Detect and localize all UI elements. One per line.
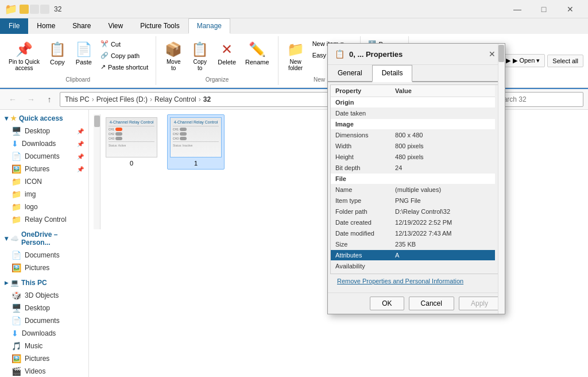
copy-path-button[interactable]: 🔗 Copy path	[98, 50, 151, 61]
copy-button[interactable]: 📋 Copy	[45, 39, 70, 68]
file-item-0[interactable]: 4-Channel Relay Control CH1 CH2	[103, 114, 160, 170]
prop-size: Size	[331, 239, 390, 250]
new-label: New	[314, 74, 325, 83]
logo-folder-icon: 📁	[11, 202, 21, 211]
pin-to-quick-button[interactable]: 📌 Pin to Quickaccess	[5, 39, 44, 74]
rename-button[interactable]: ✏️ Rename	[241, 39, 273, 68]
copy-to-icon: 📋	[191, 41, 208, 57]
tab-view[interactable]: View	[99, 18, 131, 34]
val-width: 800 pixels	[390, 141, 495, 152]
table-row-attributes[interactable]: Attributes A	[331, 250, 495, 261]
copy-icon: 📋	[49, 41, 66, 57]
cut-button[interactable]: ✂️ Cut	[98, 39, 151, 49]
move-to-button[interactable]: 📦 Moveto	[161, 39, 186, 74]
tab-share[interactable]: Share	[64, 18, 99, 34]
table-row[interactable]: Date created 12/19/2022 2:52 PM	[331, 217, 495, 228]
path-item-4: 32	[203, 95, 211, 103]
table-row[interactable]: Availability	[331, 261, 495, 272]
sidebar-item-3dobjects[interactable]: 🎲 3D Objects	[0, 289, 88, 302]
table-row[interactable]: Date modified 12/13/2022 7:43 AM	[331, 228, 495, 239]
this-pc-section: ▸ 💻 This PC 🎲 3D Objects 🖥️ Desktop 📄 Do…	[0, 276, 88, 377]
copy-to-button[interactable]: 📋 Copyto	[187, 39, 212, 74]
sidebar-item-icon[interactable]: 📁 ICON	[0, 175, 88, 188]
file-item-1[interactable]: 4-Channel Relay Control CH1 CH2	[167, 114, 225, 170]
new-folder-icon: 📁	[287, 41, 304, 57]
downloads-icon: ⬇	[11, 139, 18, 148]
apply-button[interactable]: Apply	[459, 297, 500, 310]
search-input[interactable]	[495, 95, 579, 103]
clipboard-small-group: ✂️ Cut 🔗 Copy path ↗ Paste shortcut	[98, 39, 151, 72]
sidebar-item-od-documents[interactable]: 📄 Documents	[0, 249, 88, 261]
sidebar-item-pc-pictures[interactable]: 🖼️ Pictures	[0, 352, 88, 365]
onedrive-section: ▾ ☁️ OneDrive – Person... 📄 Documents 🖼️…	[0, 228, 88, 274]
paste-button[interactable]: 📄 Paste	[71, 39, 96, 68]
table-scrollbar[interactable]	[498, 84, 502, 274]
dialog-title-bar: 📋 0, ... Properties ✕	[328, 44, 505, 65]
up-button[interactable]: ↑	[41, 91, 57, 107]
open-button[interactable]: ▶ ▶ Open ▾	[501, 54, 545, 67]
chevron-right-icon: ▸	[5, 279, 8, 287]
table-row[interactable]: Width 800 pixels	[331, 141, 495, 152]
sidebar-item-img[interactable]: 📁 img	[0, 188, 88, 201]
clipboard-label: Clipboard	[65, 74, 90, 83]
new-folder-button[interactable]: 📁 Newfolder	[283, 39, 308, 74]
pin-indicator-3: 📌	[77, 153, 84, 160]
prop-dimensions: Dimensions	[331, 130, 390, 141]
table-row[interactable]: Item type PNG File	[331, 195, 495, 206]
table-row[interactable]: Date taken	[331, 108, 495, 119]
properties-table-wrapper[interactable]: Property Value Origin Date taken Image D…	[330, 84, 502, 274]
sidebar-item-documents[interactable]: 📄 Documents 📌	[0, 150, 88, 163]
sidebar-item-downloads[interactable]: ⬇ Downloads 📌	[0, 137, 88, 150]
sidebar-item-od-pictures[interactable]: 🖼️ Pictures	[0, 261, 88, 274]
close-button[interactable]: ✕	[557, 0, 583, 18]
select-all-button[interactable]: Select all	[547, 55, 583, 67]
sidebar-item-pc-desktop[interactable]: 🖥️ Desktop	[0, 302, 88, 314]
sidebar: ▾ ★ Quick access 🖥️ Desktop 📌 ⬇ Download…	[0, 110, 89, 377]
cancel-button[interactable]: Cancel	[409, 297, 454, 310]
sidebar-item-desktop[interactable]: 🖥️ Desktop 📌	[0, 125, 88, 137]
paste-shortcut-button[interactable]: ↗ Paste shortcut	[98, 61, 151, 72]
val-date-modified: 12/13/2022 7:43 AM	[390, 228, 495, 239]
tab-home[interactable]: Home	[28, 18, 64, 34]
table-row[interactable]: Dimensions 800 x 480	[331, 130, 495, 141]
prop-name: Name	[331, 184, 390, 195]
forward-button[interactable]: →	[23, 91, 39, 107]
clipboard-group: 📌 Pin to Quickaccess 📋 Copy 📄 Paste ✂️ C…	[0, 36, 156, 85]
sidebar-item-pc-downloads[interactable]: ⬇ Downloads	[0, 327, 88, 340]
chevron-down-icon: ▾	[5, 114, 8, 122]
sidebar-item-pc-documents[interactable]: 📄 Documents	[0, 314, 88, 327]
move-icon: 📦	[165, 41, 182, 57]
table-row[interactable]: Height 480 pixels	[331, 152, 495, 163]
onedrive-header[interactable]: ▾ ☁️ OneDrive – Person...	[0, 228, 88, 249]
file-thumb-1: 4-Channel Relay Control CH1 CH2	[170, 117, 222, 157]
delete-button[interactable]: ✕ Delete	[214, 39, 240, 68]
maximize-button[interactable]: □	[531, 0, 557, 18]
paste-icon: 📄	[75, 41, 92, 57]
remove-properties-link[interactable]: Remove Properties and Personal Informati…	[332, 276, 500, 286]
section-image: Image	[331, 119, 495, 130]
sidebar-item-pictures[interactable]: 🖼️ Pictures 📌	[0, 163, 88, 175]
dialog-close-button[interactable]: ✕	[486, 48, 498, 60]
ribbon-right-section: ▶ ▶ Open ▾ Select all	[501, 36, 588, 85]
val-folder-path: D:\Relay Control\32	[390, 206, 495, 217]
ribbon-tabs: File Home Share View Picture Tools Manag…	[0, 18, 588, 34]
this-pc-header[interactable]: ▸ 💻 This PC	[0, 276, 88, 289]
table-row[interactable]: Name (multiple values)	[331, 184, 495, 195]
table-row[interactable]: Folder path D:\Relay Control\32	[331, 206, 495, 217]
sidebar-item-music[interactable]: 🎵 Music	[0, 340, 88, 352]
file-thumb-0: 4-Channel Relay Control CH1 CH2	[106, 117, 157, 157]
table-row[interactable]: Size 235 KB	[331, 239, 495, 250]
dialog-tab-general[interactable]: General	[328, 65, 372, 81]
sidebar-item-videos[interactable]: 🎬 Videos	[0, 365, 88, 377]
ok-button[interactable]: OK	[370, 297, 404, 310]
table-row[interactable]: Bit depth 24	[331, 163, 495, 174]
back-button[interactable]: ←	[5, 91, 21, 107]
minimize-button[interactable]: —	[504, 0, 531, 18]
tab-manage[interactable]: Manage	[188, 18, 230, 34]
sidebar-item-logo[interactable]: 📁 logo	[0, 201, 88, 213]
quick-access-header[interactable]: ▾ ★ Quick access	[0, 112, 88, 125]
sidebar-item-relay-control[interactable]: 📁 Relay Control	[0, 213, 88, 226]
dialog-tab-details[interactable]: Details	[372, 65, 413, 82]
tab-file[interactable]: File	[0, 18, 28, 34]
tab-picture-tools[interactable]: Picture Tools	[131, 18, 188, 34]
